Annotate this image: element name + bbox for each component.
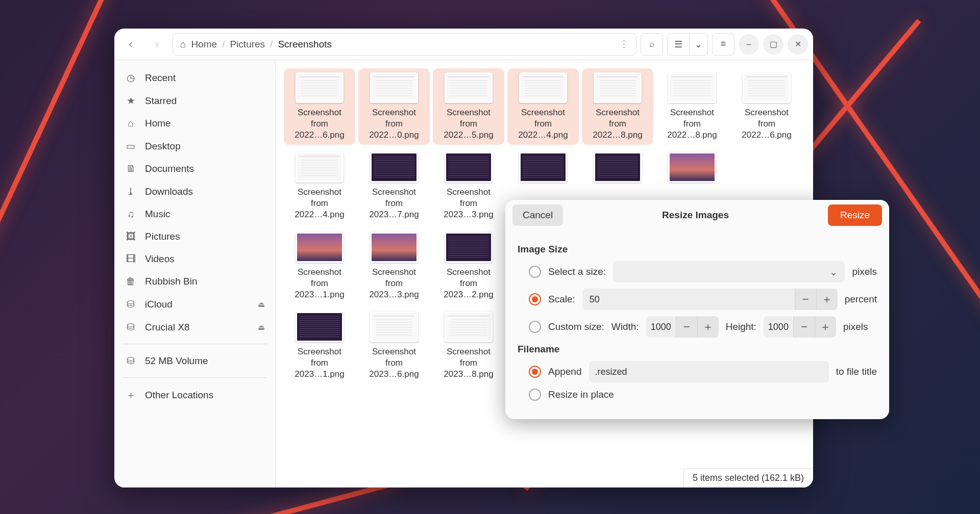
hamburger-menu-button[interactable]: ≡: [712, 33, 734, 56]
sidebar-icon: 🖾: [125, 231, 137, 242]
file-name: Screenshotfrom2023…2.png: [444, 267, 493, 300]
file-item[interactable]: Screenshotfrom2023…1.png: [284, 307, 355, 384]
sidebar-item-desktop[interactable]: ▭Desktop: [114, 135, 275, 158]
file-item[interactable]: Screenshotfrom2023…3.png: [358, 228, 430, 304]
scale-minus-button[interactable]: −: [795, 289, 816, 310]
height-spinner: − ＋: [764, 316, 836, 338]
sidebar-label: Recent: [145, 72, 176, 84]
file-item[interactable]: Screenshotfrom2023…3.png: [433, 148, 504, 224]
close-icon: ✕: [795, 39, 801, 49]
list-view-button[interactable]: ☰: [667, 33, 690, 56]
sidebar-icon: ▭: [125, 140, 137, 152]
file-thumbnail: [519, 152, 567, 183]
eject-icon[interactable]: ⏏: [258, 323, 265, 332]
file-name: Screenshotfrom2023…1.png: [295, 267, 344, 300]
file-item[interactable]: Screenshotfrom2023…2.png: [433, 228, 504, 304]
resize-button[interactable]: Resize: [828, 204, 882, 226]
radio-append[interactable]: [529, 366, 541, 378]
sidebar-item-music[interactable]: ♫Music: [114, 203, 275, 225]
file-item[interactable]: Screenshotfrom2023…8.png: [433, 307, 504, 384]
eject-icon[interactable]: ⏏: [258, 300, 265, 309]
width-plus-button[interactable]: ＋: [697, 316, 719, 338]
file-thumbnail: [445, 72, 493, 103]
file-item[interactable]: Screenshotfrom2022…8.png: [582, 68, 653, 145]
custom-size-label: Custom size:: [548, 321, 604, 332]
sidebar-icon: ★: [125, 95, 137, 107]
file-thumbnail: [668, 72, 716, 103]
select-size-row: Select a size: ⌄ pixels: [518, 261, 877, 282]
file-item[interactable]: Screenshotfrom2023…7.png: [358, 148, 430, 224]
width-minus-button[interactable]: −: [676, 316, 697, 338]
search-button[interactable]: ⌕: [641, 33, 663, 56]
file-name: Screenshotfrom2023…3.png: [444, 187, 493, 220]
append-row: Append to file title: [518, 361, 877, 382]
sidebar-item-volume[interactable]: ⛁ 52 MB Volume: [114, 349, 275, 372]
breadcrumb-home[interactable]: Home: [191, 39, 217, 50]
sidebar-item-starred[interactable]: ★Starred: [114, 89, 275, 112]
file-item[interactable]: Screenshotfrom2022…8.png: [656, 68, 728, 145]
custom-size-row: Custom size: Width: − ＋ Height: − ＋ pixe…: [518, 316, 877, 338]
minimize-button[interactable]: –: [739, 34, 759, 55]
file-item[interactable]: Screenshotfrom2022…4.png: [284, 148, 355, 224]
sidebar-item-pictures[interactable]: 🖾Pictures: [114, 225, 275, 248]
sidebar-item-icloud[interactable]: ⛁iCloud⏏: [114, 293, 275, 316]
scale-spinner: − ＋: [582, 289, 838, 310]
file-item[interactable]: Screenshotfrom2022…6.png: [731, 68, 802, 145]
sidebar-label: Home: [145, 118, 171, 129]
breadcrumb-sep: /: [270, 39, 273, 50]
breadcrumb-pictures[interactable]: Pictures: [230, 39, 265, 50]
back-button[interactable]: ‹: [119, 33, 142, 56]
dialog-header: Cancel Resize Images Resize: [505, 200, 889, 230]
breadcrumb-menu-icon[interactable]: ⋮: [619, 38, 629, 50]
minimize-icon: –: [747, 40, 751, 49]
cancel-button[interactable]: Cancel: [512, 204, 563, 226]
file-item[interactable]: Screenshotfrom2023…1.png: [284, 228, 355, 304]
view-dropdown-button[interactable]: ⌄: [690, 33, 708, 56]
dialog-title: Resize Images: [563, 210, 828, 221]
radio-custom-size[interactable]: [529, 321, 541, 333]
chevron-down-icon: ⌄: [829, 266, 838, 278]
height-input[interactable]: [764, 316, 793, 338]
close-button[interactable]: ✕: [788, 34, 808, 55]
append-input[interactable]: [589, 361, 829, 382]
sidebar-item-other-locations[interactable]: ＋ Other Locations: [114, 383, 275, 407]
breadcrumb-current[interactable]: Screenshots: [278, 39, 332, 50]
file-name: Screenshotfrom2022…6.png: [742, 107, 791, 141]
sidebar-item-rubbish-bin[interactable]: 🗑Rubbish Bin: [114, 270, 275, 293]
drive-icon: ⛁: [125, 355, 137, 367]
sidebar-item-documents[interactable]: 🗎Documents: [114, 158, 275, 180]
width-input[interactable]: [646, 316, 676, 338]
file-thumbnail: [296, 72, 344, 103]
sidebar-item-home[interactable]: ⌂Home: [114, 112, 275, 135]
file-name: Screenshotfrom2023…6.png: [369, 346, 419, 380]
radio-resize-in-place[interactable]: [529, 389, 541, 401]
file-item[interactable]: Screenshotfrom2022…0.png: [358, 68, 430, 145]
sidebar-label: Videos: [145, 253, 175, 265]
scale-input[interactable]: [582, 289, 795, 310]
height-plus-button[interactable]: ＋: [815, 316, 836, 338]
file-name: Screenshotfrom2022…6.png: [295, 107, 344, 141]
height-minus-button[interactable]: −: [793, 316, 815, 338]
maximize-button[interactable]: ▢: [763, 34, 783, 55]
sidebar-label: Documents: [145, 163, 194, 174]
radio-select-size[interactable]: [529, 266, 541, 278]
size-dropdown[interactable]: ⌄: [613, 261, 845, 282]
sidebar-item-recent[interactable]: ◷Recent: [114, 66, 275, 89]
forward-button[interactable]: ›: [146, 33, 168, 56]
sidebar-separator: [122, 377, 267, 378]
file-item[interactable]: Screenshotfrom2023…6.png: [358, 307, 430, 384]
sidebar-item-videos[interactable]: 🎞Videos: [114, 248, 275, 270]
sidebar-label: Downloads: [145, 186, 193, 197]
sidebar-label: Rubbish Bin: [145, 276, 197, 287]
file-item[interactable]: Screenshotfrom2022…4.png: [507, 68, 579, 145]
file-item[interactable]: Screenshotfrom2022…5.png: [433, 68, 504, 145]
sidebar-item-downloads[interactable]: ⤓Downloads: [114, 180, 275, 203]
scale-plus-button[interactable]: ＋: [816, 289, 838, 310]
section-image-size: Image Size: [518, 244, 877, 255]
file-name: Screenshotfrom2023…1.png: [295, 346, 344, 380]
breadcrumb[interactable]: ⌂ Home / Pictures / Screenshots ⋮: [173, 33, 636, 56]
file-name: Screenshotfrom2022…0.png: [369, 107, 419, 141]
radio-scale[interactable]: [529, 293, 541, 305]
sidebar-item-crucial-x8[interactable]: ⛁Crucial X8⏏: [114, 316, 275, 339]
file-item[interactable]: Screenshotfrom2022…6.png: [284, 68, 355, 145]
